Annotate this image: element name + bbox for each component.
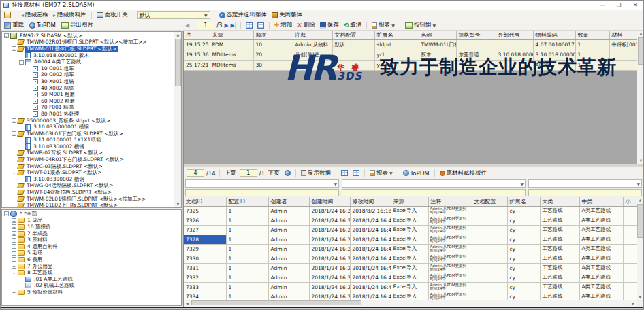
cell[interactable]: cy <box>507 244 540 254</box>
table-row[interactable]: 73301Admin2018/1/24 16:262018/1/24 16:43… <box>184 254 637 263</box>
cell[interactable] <box>456 60 496 70</box>
cell[interactable] <box>472 206 507 216</box>
cell[interactable]: Excel导入 <box>391 206 428 216</box>
expand-icon[interactable]: + <box>12 251 16 256</box>
notebook-button[interactable] <box>3 11 12 20</box>
cell[interactable]: 3.10.018.000001 <box>533 50 575 60</box>
expand-icon[interactable]: + <box>12 224 16 229</box>
cell[interactable]: A0004 <box>533 60 575 70</box>
tree-node[interactable]: 70 F001 精抛 <box>2 105 174 111</box>
tree-node[interactable]: .02 机械工艺路线 <box>2 283 181 290</box>
cell[interactable]: Admin,从物料.. <box>293 39 332 50</box>
select-exit-button[interactable]: ✓选定并退出整体 <box>218 11 269 20</box>
table-row[interactable]: 73261Admin2018/1/24 16:262018/1/24 16:43… <box>184 216 637 225</box>
expand-icon[interactable]: + <box>12 264 16 269</box>
table-row[interactable]: 73311Admin2018/1/24 16:262018/1/24 16:43… <box>184 263 637 273</box>
filter-input-3[interactable] <box>528 189 642 196</box>
column-header[interactable]: 大类 <box>540 197 579 206</box>
cell[interactable] <box>472 235 507 244</box>
tree-node[interactable]: 3.10.033.000001 槽钢 <box>2 124 174 131</box>
cell[interactable]: 4.07.00100017 <box>533 39 575 50</box>
cell[interactable]: 工艺路线 <box>540 206 579 216</box>
tree-node[interactable]: -* *全部 <box>2 211 181 218</box>
tree-node[interactable]: 10 C001 粗车 <box>2 65 174 72</box>
tree-node[interactable]: TMWB-02背板.SLDPRT <默认> <box>2 150 174 157</box>
cell[interactable]: Excel导入 <box>391 263 428 273</box>
grid-view-button[interactable] <box>340 169 349 177</box>
cell[interactable]: cy <box>507 216 540 225</box>
cell[interactable]: 2018/1/24 16:26 <box>309 244 350 254</box>
tree-node[interactable]: .01 A类工艺路线 <box>2 276 181 283</box>
cell[interactable]: A类工艺路线 <box>579 235 623 244</box>
cell[interactable]: A类工艺路线 <box>579 263 623 273</box>
filter-dropdown-1[interactable]: ▼ <box>185 179 339 188</box>
tree-node[interactable]: 60 M002 精磨 <box>2 98 174 105</box>
maximize-button[interactable]: ❐ <box>611 1 627 10</box>
tree-node[interactable]: +2 半成品 <box>2 230 181 237</box>
tree-node[interactable]: 50 M001 粗磨 <box>2 91 174 98</box>
scrollbar-thumb[interactable] <box>175 39 181 86</box>
cell[interactable]: 1 <box>226 216 268 225</box>
cell[interactable]: Admin <box>268 206 309 216</box>
cell[interactable]: 1 <box>226 225 268 235</box>
cell[interactable]: Admin,从PDM更新到时间24中 <box>428 273 472 282</box>
tree-node[interactable]: -350000003_背板条.sldprt <默认> <box>2 118 174 124</box>
column-header[interactable]: 文档ID <box>184 197 226 206</box>
tree-node[interactable]: TMWM-02R01镜框门.SLDPRT <默认><按加工>> <box>2 39 174 46</box>
tree-node[interactable]: -TMWM-01L整体门板.SLDPRT <默认> <box>2 46 174 52</box>
cell[interactable]: 7326 <box>184 216 226 225</box>
cell[interactable]: 中纤板[003] <box>609 39 637 50</box>
report-button[interactable]: 报表▼ <box>370 21 396 30</box>
column-header[interactable]: 扩展名 <box>374 31 419 39</box>
cell[interactable]: 工艺路线 <box>540 254 579 263</box>
scroll-left-icon[interactable]: ◀ <box>184 300 191 307</box>
tree-node[interactable]: +6 费用 <box>2 256 181 263</box>
cell[interactable]: 10 <box>253 39 293 50</box>
column-header[interactable]: 规格型号 <box>456 31 496 39</box>
cell[interactable] <box>623 273 637 282</box>
grid-vertical-scrollbar[interactable]: ▲ ▼ <box>637 31 644 164</box>
cell[interactable]: 3.10.018.000001 <box>496 50 533 60</box>
expand-icon[interactable]: + <box>12 238 16 243</box>
column-header[interactable]: 物料编码 <box>533 31 575 39</box>
cell[interactable]: 2018/1/24 16:26 <box>309 216 350 225</box>
cell[interactable] <box>419 60 456 70</box>
cell[interactable]: cy <box>507 282 540 292</box>
table-row[interactable]: 73281Admin2018/1/24 16:262018/1/24 16:43… <box>184 235 637 244</box>
column-header[interactable]: 修改时间 <box>350 197 391 206</box>
form-view-button[interactable] <box>351 169 361 177</box>
table-row[interactable]: 25 17:21MDIItems30yA00041 <box>184 60 637 70</box>
next-page-button[interactable]: ▶ <box>224 22 228 29</box>
cell[interactable]: TMWM-01L门板 <box>419 39 456 50</box>
cell[interactable]: 7332 <box>184 273 226 282</box>
cell[interactable]: Admin <box>268 244 309 254</box>
tree-node[interactable]: TMWM-04R01下右门板.SLDPRT <默认> <box>2 156 174 163</box>
column-header[interactable]: 注释 <box>293 31 332 39</box>
cell[interactable]: 从创(装)总.. <box>293 50 332 60</box>
cell[interactable]: Admin,从PDM更新到时间24中 <box>428 244 472 254</box>
cell[interactable]: 默认 <box>332 39 374 50</box>
cell[interactable]: A类工艺路线 <box>579 254 623 263</box>
expand-icon[interactable]: + <box>12 290 16 294</box>
cell[interactable] <box>293 60 332 70</box>
cell[interactable]: 工艺路线 <box>540 263 579 273</box>
cell[interactable]: 7328 <box>184 235 226 244</box>
tree-node[interactable]: -8 工艺路线 <box>2 269 181 276</box>
cell[interactable]: PDM <box>210 39 253 50</box>
collapse-icon[interactable]: - <box>4 211 9 216</box>
tree-node[interactable]: TMWG-04活动隔板.SLDPRT <默认> <box>2 183 174 190</box>
cell[interactable]: ycl <box>374 50 419 60</box>
expand-icon[interactable]: + <box>12 218 16 223</box>
cell[interactable]: y <box>374 60 419 70</box>
filter-dropdown-2[interactable]: ▼ <box>342 179 526 188</box>
cell[interactable]: 胶木 <box>419 50 456 60</box>
cell[interactable]: Admin,从PDM更新到时间24中 <box>428 263 472 273</box>
next-page-button[interactable]: 下页 <box>267 169 281 177</box>
tree-vertical-scrollbar[interactable]: ▲ ▼ <box>174 32 181 207</box>
tree-node[interactable]: +10 预报价 <box>2 224 181 230</box>
cell[interactable]: 25 17:21 <box>184 60 210 70</box>
cell[interactable] <box>609 60 637 70</box>
tree-node[interactable]: +9 预报价原材料 <box>2 289 181 296</box>
save-button[interactable]: 保存 <box>319 21 340 30</box>
cell[interactable]: 工艺路线 <box>540 273 579 282</box>
